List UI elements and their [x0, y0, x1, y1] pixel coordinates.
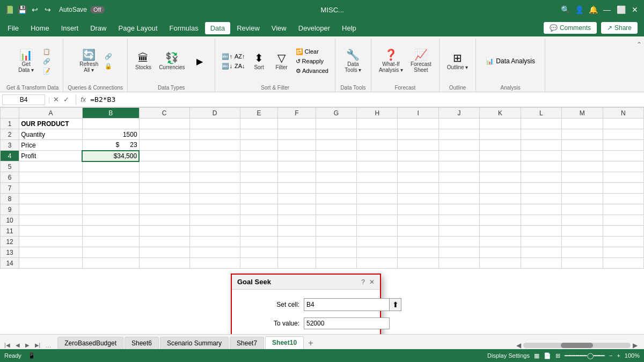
redo-icon[interactable]: ↪	[43, 5, 53, 14]
outline-button[interactable]: ⊞ Outline ▾	[444, 50, 471, 72]
zoom-out-icon[interactable]: −	[609, 352, 612, 359]
search-icon[interactable]: 🔍	[560, 5, 570, 14]
cell-D1[interactable]	[189, 119, 240, 129]
data-tools-button[interactable]: 🔧 DataTools ▾	[340, 47, 367, 75]
cell-N3[interactable]	[603, 140, 643, 151]
menu-draw[interactable]: Draw	[85, 22, 112, 34]
set-cell-input[interactable]	[304, 299, 389, 310]
col-header-H[interactable]: H	[357, 108, 398, 119]
goal-seek-help-icon[interactable]: ?	[361, 278, 365, 286]
col-header-C[interactable]: C	[139, 108, 189, 119]
add-sheet-button[interactable]: +	[305, 337, 316, 349]
cell-C2[interactable]	[139, 129, 189, 140]
col-header-K[interactable]: K	[480, 108, 521, 119]
cell-M1[interactable]	[562, 119, 603, 129]
cell-H3[interactable]	[357, 140, 398, 151]
cell-A3[interactable]: Price	[19, 140, 83, 151]
cell-C4[interactable]	[139, 151, 189, 161]
cell-E1[interactable]	[240, 119, 278, 129]
sort-az-button[interactable]: 🔤↑ AZ↑	[219, 52, 247, 61]
cell-B1[interactable]	[82, 119, 139, 129]
cell-M3[interactable]	[562, 140, 603, 151]
cell-G1[interactable]	[316, 119, 356, 129]
cell-K1[interactable]	[480, 119, 521, 129]
menu-developer[interactable]: Developer	[293, 22, 335, 34]
cell-J3[interactable]	[438, 140, 479, 151]
edit-links-button[interactable]: 🔒	[103, 62, 114, 71]
autosave-toggle[interactable]: Off	[90, 6, 104, 13]
cell-B4[interactable]: $34,500	[82, 151, 139, 161]
sheet-nav-next[interactable]: ▶	[23, 341, 32, 349]
col-header-N[interactable]: N	[603, 108, 643, 119]
get-data-button[interactable]: 📊 GetData ▾	[13, 47, 40, 75]
cell-G4[interactable]	[316, 151, 356, 161]
col-header-F[interactable]: F	[278, 108, 316, 119]
cell-I4[interactable]	[398, 151, 438, 161]
cancel-formula-icon[interactable]: ✕	[53, 95, 59, 104]
refresh-all-button[interactable]: 🔄 RefreshAll ▾	[76, 47, 101, 75]
cell-F4[interactable]	[278, 151, 316, 161]
currencies-button[interactable]: 💱 Currencies	[156, 50, 188, 72]
menu-insert[interactable]: Insert	[56, 22, 84, 34]
cell-M2[interactable]	[562, 129, 603, 140]
goal-seek-close-icon[interactable]: ✕	[369, 278, 375, 286]
sheet-tab-sheet6[interactable]: Sheet6	[125, 337, 159, 349]
col-header-A[interactable]: A	[19, 108, 83, 119]
cell-A4[interactable]: Profit	[19, 151, 83, 161]
cell-B2[interactable]: 1500	[82, 129, 139, 140]
cell-B3[interactable]: $ 23	[82, 140, 139, 151]
cell-E2[interactable]	[240, 129, 278, 140]
set-cell-picker[interactable]: ⬆	[389, 299, 401, 311]
connections-props-button[interactable]: 🔗	[103, 52, 114, 61]
cell-D3[interactable]	[189, 140, 240, 151]
col-header-E[interactable]: E	[240, 108, 278, 119]
sheet-nav-last[interactable]: ▶|	[33, 341, 43, 349]
stocks-button[interactable]: 🏛 Stocks	[132, 50, 155, 72]
sheet-scroll-right[interactable]: ▶	[633, 342, 638, 349]
menu-data[interactable]: Data	[205, 22, 230, 34]
cell-L1[interactable]	[521, 119, 561, 129]
cell-J2[interactable]	[438, 129, 479, 140]
maximize-icon[interactable]: ⬜	[616, 5, 626, 14]
cell-I1[interactable]	[398, 119, 438, 129]
sort-button[interactable]: ⬍ Sort	[248, 50, 270, 72]
col-header-I[interactable]: I	[398, 108, 438, 119]
what-if-button[interactable]: ❓ What-IfAnalysis ▾	[376, 47, 406, 75]
sheet-tab-scenario[interactable]: Scenario Summary	[160, 337, 229, 349]
col-header-G[interactable]: G	[316, 108, 356, 119]
col-header-J[interactable]: J	[438, 108, 479, 119]
cell-K3[interactable]	[480, 140, 521, 151]
to-value-input[interactable]	[304, 318, 389, 329]
menu-page-layout[interactable]: Page Layout	[113, 22, 163, 34]
cell-G3[interactable]	[316, 140, 356, 151]
reapply-filter-button[interactable]: ↺ Reapply	[294, 57, 331, 66]
cell-F3[interactable]	[278, 140, 316, 151]
cell-J4[interactable]	[438, 151, 479, 161]
col-header-B[interactable]: B	[82, 108, 139, 119]
cell-G2[interactable]	[316, 129, 356, 140]
formula-input[interactable]	[90, 95, 642, 104]
cell-A1[interactable]: OUR PRODUCT	[19, 119, 83, 129]
clear-filter-button[interactable]: 🔂 Clear	[294, 47, 331, 56]
query-button[interactable]: 📋	[41, 47, 53, 56]
comments-button[interactable]: 💬Comments	[544, 22, 597, 34]
cell-F1[interactable]	[278, 119, 316, 129]
properties-button[interactable]: 📝	[41, 67, 53, 76]
cell-N2[interactable]	[603, 129, 643, 140]
data-types-more-button[interactable]: ▶	[189, 54, 210, 69]
cell-K2[interactable]	[480, 129, 521, 140]
advanced-filter-button[interactable]: ⚙ Advanced	[294, 67, 331, 76]
cell-D4[interactable]	[189, 151, 240, 161]
cell-C1[interactable]	[139, 119, 189, 129]
sheet-scroll-left[interactable]: ◀	[516, 342, 521, 349]
account-icon[interactable]: 👤	[574, 5, 584, 14]
cell-D2[interactable]	[189, 129, 240, 140]
col-header-M[interactable]: M	[562, 108, 603, 119]
data-analysis-button[interactable]: 📊 Data Analysis	[480, 53, 540, 69]
cell-L2[interactable]	[521, 129, 561, 140]
cell-H4[interactable]	[357, 151, 398, 161]
cell-H1[interactable]	[357, 119, 398, 129]
cell-I3[interactable]	[398, 140, 438, 151]
sheet-tab-sheet7[interactable]: Sheet7	[230, 337, 264, 349]
cell-E3[interactable]	[240, 140, 278, 151]
